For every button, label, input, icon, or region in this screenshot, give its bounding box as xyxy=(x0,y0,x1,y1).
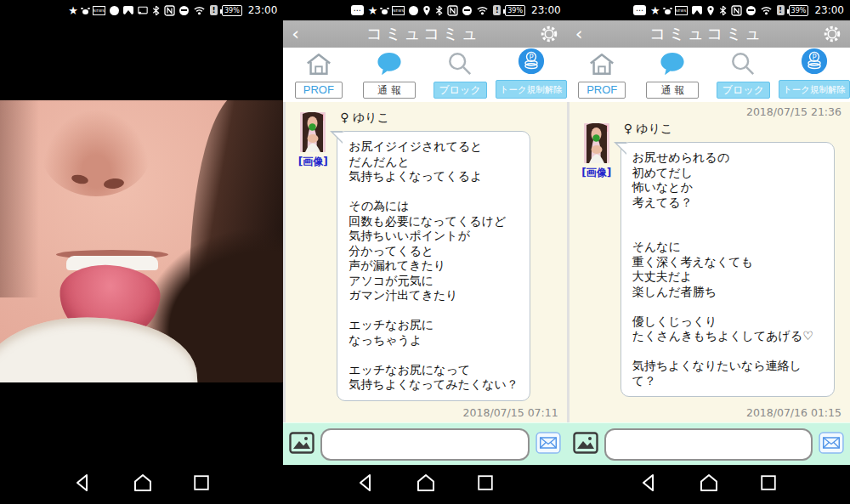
svg-text:P: P xyxy=(529,53,533,61)
chat-area: 2018/07/15 21:36 [画像] ♀ ゆりこ お尻せめられるの 初めて… xyxy=(567,102,850,422)
chat-area: [画像] ♀ ゆりこ お尻イジイジされてると だんだんと 気持ちよくなってくるよ… xyxy=(283,102,566,422)
wifi-icon xyxy=(193,5,206,15)
sim-alert-icon: ! xyxy=(210,5,218,15)
speech-bubble-icon[interactable] xyxy=(376,51,403,80)
talk-unblock-button[interactable]: トーク規制解除 xyxy=(779,80,850,99)
battery-icon: 39% xyxy=(789,5,809,16)
report-action[interactable]: 通 報 xyxy=(638,48,708,102)
message-input-bar xyxy=(567,422,850,465)
nav-home-icon[interactable] xyxy=(133,473,153,496)
photo-panel: ★ NEWS ! 39% 23:00 xyxy=(0,0,283,504)
point-coins-icon[interactable]: P xyxy=(518,48,545,78)
nav-recents-icon[interactable] xyxy=(192,473,211,496)
home-icon[interactable] xyxy=(305,52,332,80)
nav-back-icon[interactable] xyxy=(355,473,376,496)
star-icon: ★ xyxy=(650,5,660,16)
search-icon[interactable] xyxy=(730,51,756,80)
nav-back-icon[interactable] xyxy=(638,473,659,496)
speech-bubble-icon[interactable] xyxy=(659,51,686,80)
send-envelope-button[interactable] xyxy=(536,432,561,457)
cast-icon xyxy=(138,6,148,15)
android-nav-bar xyxy=(567,465,850,504)
status-bar: ⋯ ★ NEWS ! 39% 23:00 xyxy=(567,0,850,20)
message-text: お尻せめられるの 初めてだし 怖いなとか 考えてる？ そんなに 重く深く考えなく… xyxy=(632,150,823,388)
avatar[interactable] xyxy=(584,123,609,163)
attach-image-button[interactable] xyxy=(573,432,598,457)
settings-gear-icon[interactable] xyxy=(821,25,842,43)
talk-unblock-button[interactable]: トーク規制解除 xyxy=(496,80,567,99)
nfc-icon xyxy=(731,5,742,16)
action-toolbar: PROF 通 報 ブロック P トーク規制解除 xyxy=(567,48,850,102)
send-envelope-button[interactable] xyxy=(819,432,844,457)
bluetooth-icon xyxy=(719,5,727,16)
message-group: [画像] ♀ ゆりこ お尻イジイジされてると だんだんと 気持ちよくなってくるよ… xyxy=(292,110,559,401)
point-coins-icon[interactable]: P xyxy=(801,48,828,78)
sender-name: ♀ ゆりこ xyxy=(624,122,843,137)
report-action[interactable]: 通 報 xyxy=(354,48,424,102)
message-input[interactable] xyxy=(604,428,813,461)
nav-recents-icon[interactable] xyxy=(759,473,778,496)
report-button[interactable]: 通 報 xyxy=(363,82,416,99)
censored-selfie-photo xyxy=(0,100,283,382)
battery-icon: 39% xyxy=(222,5,242,16)
action-toolbar: PROF 通 報 ブロック P トーク規制解除 xyxy=(283,48,566,102)
back-button[interactable]: ‹ xyxy=(575,25,592,43)
prof-action[interactable]: PROF xyxy=(567,48,638,102)
image-link[interactable]: [画像] xyxy=(298,155,328,169)
nav-back-icon[interactable] xyxy=(72,473,93,496)
talk-unblock-action[interactable]: P トーク規制解除 xyxy=(496,48,567,102)
message-text: お尻イジイジされてると だんだんと 気持ちよくなってくるよ その為には 回数も必… xyxy=(348,139,518,393)
image-status-icon xyxy=(692,6,702,14)
block-button[interactable]: ブロック xyxy=(434,82,487,99)
notification-dot-icon xyxy=(409,6,418,15)
news-icon: NEWS xyxy=(392,6,405,15)
android-nav-bar xyxy=(0,465,283,504)
bluetooth-icon xyxy=(435,5,443,16)
sender-name: ♀ ゆりこ xyxy=(340,110,559,126)
status-time: 23:00 xyxy=(531,4,561,16)
nav-home-icon[interactable] xyxy=(699,473,719,496)
app-header: ‹ コミュコミュ xyxy=(283,20,566,48)
search-icon[interactable] xyxy=(447,51,473,80)
wifi-icon xyxy=(476,5,489,15)
composite-screenshot: ★ NEWS ! 39% 23:00 xyxy=(0,0,850,504)
home-icon[interactable] xyxy=(588,52,615,80)
overflow-bubble-icon: ⋯ xyxy=(351,5,364,15)
status-bar: ★ NEWS ! 39% 23:00 xyxy=(0,0,283,20)
panda-icon xyxy=(82,9,88,14)
nav-home-icon[interactable] xyxy=(416,473,436,496)
news-icon: NEWS xyxy=(675,6,688,15)
settings-gear-icon[interactable] xyxy=(538,25,558,43)
do-not-disturb-icon xyxy=(462,6,472,15)
battery-icon: 39% xyxy=(505,5,525,16)
sim-alert-icon: ! xyxy=(777,5,785,15)
nfc-icon xyxy=(447,5,458,16)
block-action[interactable]: ブロック xyxy=(425,48,496,102)
block-button[interactable]: ブロック xyxy=(717,82,770,99)
prof-button[interactable]: PROF xyxy=(578,82,626,99)
bluetooth-icon xyxy=(152,5,160,16)
back-button[interactable]: ‹ xyxy=(292,25,309,43)
notification-dot-icon xyxy=(110,6,119,15)
talk-unblock-action[interactable]: P トーク規制解除 xyxy=(779,48,850,102)
wifi-icon xyxy=(760,5,773,15)
message-bubble: お尻イジイジされてると だんだんと 気持ちよくなってくるよ その為には 回数も必… xyxy=(337,131,530,401)
report-button[interactable]: 通 報 xyxy=(646,82,699,99)
nfc-icon xyxy=(164,5,175,16)
nav-recents-icon[interactable] xyxy=(476,473,495,496)
avatar[interactable] xyxy=(300,112,326,152)
prof-action[interactable]: PROF xyxy=(283,48,354,102)
message-input[interactable] xyxy=(320,428,529,461)
attach-image-button[interactable] xyxy=(289,432,314,457)
session-timestamp: 2018/07/15 21:36 xyxy=(576,105,842,118)
overflow-bubble-icon: ⋯ xyxy=(633,5,646,15)
block-action[interactable]: ブロック xyxy=(708,48,779,102)
message-bubble: お尻せめられるの 初めてだし 怖いなとか 考えてる？ そんなに 重く深く考えなく… xyxy=(620,142,835,397)
prof-button[interactable]: PROF xyxy=(295,82,343,99)
sim-alert-icon: ! xyxy=(493,5,501,15)
photo-shadow xyxy=(0,100,39,297)
image-link[interactable]: [画像] xyxy=(581,166,611,180)
star-icon: ★ xyxy=(68,5,78,16)
status-bar: ⋯ ★ NEWS ! 39% 23:00 xyxy=(283,0,566,20)
location-icon xyxy=(706,5,715,16)
